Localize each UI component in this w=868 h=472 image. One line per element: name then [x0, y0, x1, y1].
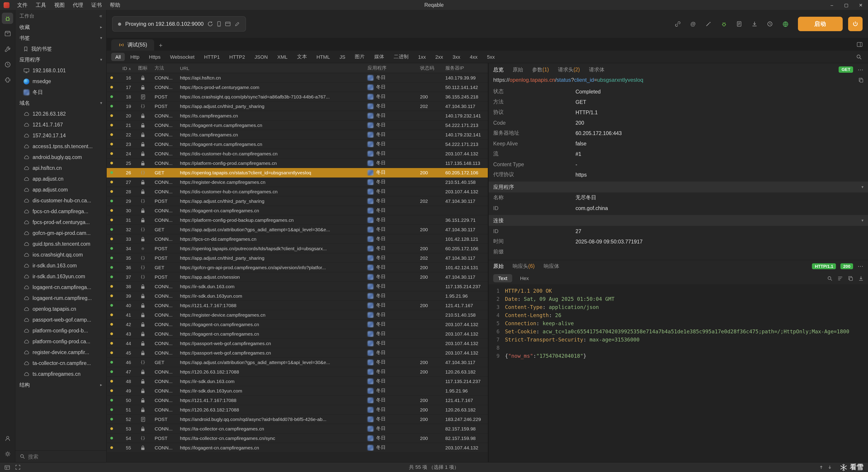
table-row[interactable]: 41CONN...https://register-device.campfir… — [107, 310, 488, 320]
view-tab-text[interactable]: Text — [493, 274, 512, 282]
menu-view[interactable]: 视图 — [50, 0, 69, 10]
request-tab[interactable]: 请求头(2) — [558, 66, 580, 73]
sidebar-item-domain[interactable]: ts.campfiregames.cn — [16, 369, 106, 379]
table-row[interactable]: 27CONN...https://register-device.campfir… — [107, 177, 488, 187]
bug-icon[interactable] — [719, 20, 728, 29]
table-row[interactable]: 34◎POSThttps://openlog.tapapis.cn/putrec… — [107, 244, 488, 254]
sidebar-item-domain[interactable]: dis-customer-hub-cn.ca... — [16, 195, 106, 206]
collection-box-icon[interactable] — [2, 28, 13, 39]
menu-help[interactable]: 帮助 — [106, 0, 124, 10]
table-row[interactable]: 31CONN...https://platform-config-prod-ba… — [107, 215, 488, 225]
sidebar-item-domain[interactable]: logagent-rum.campfireg... — [16, 293, 106, 304]
sidebar-item-domain[interactable]: api.hsftcn.cn — [16, 163, 106, 173]
maximize-icon[interactable]: ▢ — [839, 0, 854, 10]
table-row[interactable]: 32{}GEThttps://app.adjust.cn/attribution… — [107, 225, 488, 234]
filter-chip-图片[interactable]: 图片 — [351, 52, 369, 61]
sidebar-item-domain[interactable]: openlog.tapapis.cn — [16, 304, 106, 314]
copy-icon[interactable] — [859, 77, 864, 82]
filter-chip-4xx[interactable]: 4xx — [466, 53, 482, 61]
table-row[interactable]: 39CONN...https://ir-sdk.dun.163yun.com冬日… — [107, 291, 488, 301]
filter-chip-文本[interactable]: 文本 — [293, 52, 311, 61]
clipboard-icon[interactable] — [735, 20, 744, 29]
table-row[interactable]: 54{}POSThttps://ta-collector-cn.campfire… — [107, 434, 488, 443]
layout-columns-icon[interactable] — [4, 465, 10, 470]
at-sign-icon[interactable]: @ — [688, 20, 698, 29]
sidebar-item-domain[interactable]: logagent-cn.campfirega... — [16, 282, 106, 293]
table-row[interactable]: 47CONN...https://120.26.63.182:17088冬日20… — [107, 367, 488, 377]
table-row[interactable]: 16CONN...https://api.hsftcn.cn冬日140.179.… — [107, 73, 488, 83]
table-row[interactable]: 21CONN...https://logagent-rum.campfirega… — [107, 121, 488, 130]
sidebar-item-domain[interactable]: fpcs-prod-wf.centuryga... — [16, 217, 106, 228]
globe-icon[interactable] — [781, 20, 790, 29]
menu-file[interactable]: 文件 — [13, 0, 32, 10]
tab-debug[interactable]: 调试(55) — [111, 39, 154, 50]
search-icon[interactable] — [827, 276, 832, 281]
more-icon[interactable]: ⋯ — [858, 263, 864, 270]
table-row[interactable]: 53CONN...https://ta-collector-cn.campfir… — [107, 424, 488, 434]
filter-chip-1xx[interactable]: 1xx — [414, 53, 430, 61]
sidebar-item-domain[interactable]: platform-config-prod.ca... — [16, 336, 106, 347]
table-row[interactable]: 18POSThttps://ios.crashsight.qq.com/pb/s… — [107, 92, 488, 102]
column-icon[interactable]: 图标 — [133, 65, 153, 71]
table-row[interactable]: 26{}GEThttps://openlog.tapapis.cn/status… — [107, 168, 488, 177]
sidebar-item-domain[interactable]: app.adjust.cn — [16, 173, 106, 184]
menu-proxy[interactable]: 代理 — [69, 0, 87, 10]
table-row[interactable]: 40CONN...https://121.41.7.167:17088冬日200… — [107, 301, 488, 310]
close-icon[interactable]: ✕ — [854, 0, 868, 10]
table-row[interactable]: 38CONN...https://ir-sdk.dun.163.com冬日117… — [107, 282, 488, 291]
clock-icon[interactable] — [765, 20, 774, 29]
column-status[interactable]: 状态码 — [418, 65, 443, 71]
filter-chip-3xx[interactable]: 3xx — [448, 53, 464, 61]
sidebar-item-app[interactable]: msedge — [16, 76, 106, 87]
filter-chip-2xx[interactable]: 2xx — [431, 53, 447, 61]
table-row[interactable]: 48CONN...https://ir-sdk.dun.163.com冬日117… — [107, 377, 488, 386]
table-row[interactable]: 35{}POSThttps://app.adjust.cn/third_part… — [107, 254, 488, 263]
table-row[interactable]: 55CONN...https://logagent-cn.campfiregam… — [107, 443, 488, 452]
table-row[interactable]: 22CONN...https://ts.campfiregames.cn冬日14… — [107, 130, 488, 140]
minimize-icon[interactable]: – — [825, 0, 839, 10]
response-tab[interactable]: 原始 — [493, 263, 504, 270]
request-tab[interactable]: 总览 — [493, 66, 504, 73]
refresh-icon[interactable] — [208, 21, 213, 27]
sidebar-item-domain[interactable]: 157.240.17.14 — [16, 130, 106, 141]
start-button[interactable]: 启动 — [798, 17, 843, 31]
section-connection[interactable]: 连接 ▾ — [489, 215, 868, 226]
request-tab[interactable]: 原始 — [513, 66, 523, 73]
filter-chip-Https[interactable]: Https — [145, 53, 164, 61]
column-url[interactable]: URL — [178, 65, 366, 71]
more-icon[interactable]: ⋯ — [858, 66, 864, 73]
table-row[interactable]: 29{}POSThttps://app.adjust.cn/third_part… — [107, 197, 488, 206]
sidebar-item-domain[interactable]: gofcn-gm-api-prod.cam... — [16, 228, 106, 238]
sidebar-item-domain[interactable]: platform-config-prod-b... — [16, 325, 106, 336]
download-icon[interactable] — [859, 276, 864, 281]
plugin-icon[interactable] — [2, 74, 13, 86]
table-row[interactable]: 17CONN...https://fpcs-prod-wf.centurygam… — [107, 83, 488, 92]
table-row[interactable]: 30CONN...https://logagent-cn.campfiregam… — [107, 206, 488, 215]
view-tab-hex[interactable]: Hex — [515, 274, 534, 282]
card-icon[interactable] — [225, 22, 231, 26]
tools-wrench-icon[interactable] — [2, 43, 13, 55]
filter-chip-JS[interactable]: JS — [336, 53, 349, 61]
sidebar-item-domain[interactable]: access1.tpns.sh.tencent... — [16, 141, 106, 152]
filter-chip-HTTP1[interactable]: HTTP1 — [200, 53, 224, 61]
proxy-status-pill[interactable]: Proxying on 192.168.0.102:9000 — [112, 16, 246, 32]
edit-pencil-icon[interactable] — [235, 22, 240, 26]
column-id[interactable]: ID ∧ — [117, 65, 133, 71]
menu-tools[interactable]: 工具 — [32, 0, 50, 10]
filter-chip-二进制[interactable]: 二进制 — [390, 52, 413, 61]
table-row[interactable]: 28CONN...https://dis-customer-hub-cn.cam… — [107, 187, 488, 197]
split-panel-icon[interactable] — [851, 38, 868, 50]
debug-bug-icon[interactable] — [2, 13, 13, 24]
filter-chip-Http[interactable]: Http — [126, 53, 143, 61]
filter-chip-媒体[interactable]: 媒体 — [370, 52, 388, 61]
table-row[interactable]: 33CONN...https://fpcs-cn-dd.campfiregame… — [107, 234, 488, 244]
table-row[interactable]: 45CONN...https://passport-web-gof.campfi… — [107, 348, 488, 358]
section-application[interactable]: 应用程序 ▾ — [489, 181, 868, 193]
sidebar-section-favorites[interactable]: 收藏▸ — [16, 22, 106, 33]
sidebar-item-app[interactable]: 192.168.0.101 — [16, 65, 106, 76]
sidebar-section-bookmarks[interactable]: 书签▾ — [16, 33, 106, 43]
copy-icon[interactable] — [848, 276, 853, 281]
table-row[interactable]: 19{}POSThttps://app.adjust.cn/third_part… — [107, 102, 488, 111]
sidebar-item-domain[interactable]: android.bugly.qq.com — [16, 152, 106, 163]
sidebar-section-structure[interactable]: 结构▸ — [16, 379, 106, 390]
